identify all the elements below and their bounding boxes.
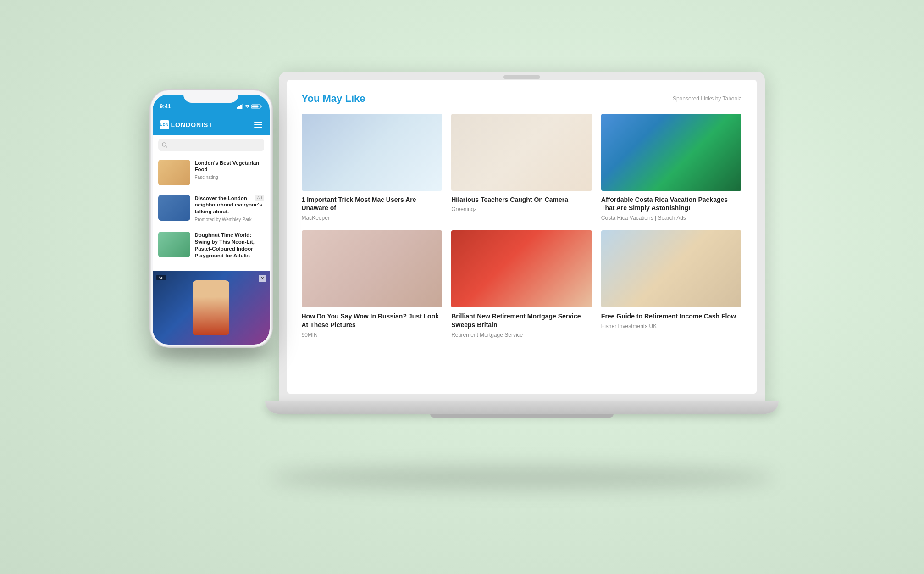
main-scene: You May Like Sponsored Links by Taboola … — [141, 35, 783, 540]
card-title: 1 Important Trick Most Mac Users Are Una… — [302, 195, 443, 213]
phone-status-icons — [237, 104, 262, 109]
card-image-inner — [601, 230, 742, 307]
taboola-card[interactable]: How Do You Say Wow In Russian? Just Look… — [302, 230, 443, 338]
phone-ad-overlay: Ad ✕ — [153, 271, 270, 345]
taboola-sponsored: Sponsored Links by Taboola — [673, 95, 742, 102]
laptop-screen: You May Like Sponsored Links by Taboola … — [287, 80, 757, 394]
card-image-inner — [302, 230, 443, 307]
phone-article-item[interactable]: London's Best Vegetarian Food Fascinatin… — [153, 155, 270, 190]
article-text-block: Doughnut Time World: Swing by This Neon-… — [195, 232, 264, 261]
ad-close-button[interactable]: ✕ — [259, 275, 266, 282]
taboola-header: You May Like Sponsored Links by Taboola — [302, 93, 742, 105]
article-headline: Doughnut Time World: Swing by This Neon-… — [195, 232, 264, 259]
card-title: Brilliant New Retirement Mortgage Servic… — [451, 312, 592, 329]
card-source: 90MIN — [302, 332, 443, 338]
svg-rect-3 — [242, 104, 243, 109]
taboola-card[interactable]: 1 Important Trick Most Mac Users Are Una… — [302, 114, 443, 222]
taboola-title: You May Like — [302, 93, 365, 105]
wifi-icon — [245, 104, 249, 109]
taboola-card[interactable]: Brilliant New Retirement Mortgage Servic… — [451, 230, 592, 338]
svg-line-8 — [166, 146, 167, 147]
svg-rect-0 — [237, 107, 238, 109]
phone-shell: 9:41 — [150, 90, 272, 347]
article-headline: Discover the London neighbourhood everyo… — [195, 195, 264, 216]
svg-rect-5 — [261, 106, 262, 107]
ad-person-image — [193, 280, 229, 335]
card-title: Free Guide to Retirement Income Cash Flo… — [601, 312, 742, 321]
article-thumbnail — [158, 160, 190, 185]
card-title: Affordable Costa Rica Vacation Packages … — [601, 195, 742, 213]
svg-rect-1 — [238, 106, 240, 109]
article-source: Fascinating — [195, 175, 264, 180]
laptop-device: You May Like Sponsored Links by Taboola … — [279, 72, 783, 485]
article-source: Promoted by Wembley Park — [195, 217, 264, 222]
phone-screen: 9:41 — [153, 95, 270, 345]
card-image — [302, 114, 443, 191]
card-title: Hilarious Teachers Caught On Camera — [451, 195, 592, 204]
card-image-inner — [601, 114, 742, 191]
thumb-image — [158, 160, 190, 185]
battery-icon — [251, 104, 262, 109]
taboola-widget: You May Like Sponsored Links by Taboola … — [287, 80, 757, 394]
article-text-block: London's Best Vegetarian Food Fascinatin… — [195, 160, 264, 185]
ad-label: Ad — [156, 275, 166, 280]
card-image — [451, 230, 592, 307]
card-image — [601, 230, 742, 307]
card-image — [451, 114, 592, 191]
card-source: Greeningz — [451, 206, 592, 212]
taboola-card[interactable]: Affordable Costa Rica Vacation Packages … — [601, 114, 742, 222]
search-icon — [162, 142, 167, 148]
phone-article-item[interactable]: Ad Discover the London neighbourhood eve… — [153, 190, 270, 228]
menu-icon[interactable] — [254, 122, 262, 128]
svg-rect-2 — [240, 105, 242, 109]
ad-figure — [193, 280, 229, 335]
card-source: Retirement Mortgage Service — [451, 332, 592, 338]
card-image-inner — [451, 230, 592, 307]
londonist-logo: LDN LONDONIST — [160, 120, 213, 129]
phone-nav-bar: LDN LONDONIST — [153, 115, 270, 135]
laptop-shadow — [270, 466, 774, 489]
article-headline: London's Best Vegetarian Food — [195, 160, 264, 173]
taboola-grid: 1 Important Trick Most Mac Users Are Una… — [302, 114, 742, 339]
laptop-body: You May Like Sponsored Links by Taboola … — [279, 72, 765, 402]
phone-article-item[interactable]: Doughnut Time World: Swing by This Neon-… — [153, 227, 270, 266]
signal-icon — [237, 104, 243, 109]
article-text-block: Ad Discover the London neighbourhood eve… — [195, 195, 264, 223]
card-image — [601, 114, 742, 191]
svg-rect-6 — [252, 105, 258, 107]
article-thumbnail — [158, 195, 190, 221]
laptop-notch — [503, 75, 540, 79]
card-source: MacKeeper — [302, 215, 443, 221]
logo-icon: LDN — [160, 120, 169, 129]
card-source: Fisher Investments UK — [601, 323, 742, 329]
phone-search-bar[interactable] — [158, 139, 264, 151]
phone-search-area — [153, 135, 270, 155]
card-image-inner — [451, 114, 592, 191]
taboola-card[interactable]: Free Guide to Retirement Income Cash Flo… — [601, 230, 742, 338]
laptop-base — [265, 401, 779, 414]
phone-notch — [183, 90, 238, 103]
thumb-image — [158, 232, 190, 257]
card-image — [302, 230, 443, 307]
phone-time: 9:41 — [160, 103, 171, 110]
phone-device: 9:41 — [150, 90, 272, 347]
article-thumbnail — [158, 232, 190, 257]
card-source: Costa Rica Vacations | Search Ads — [601, 215, 742, 221]
logo-text: LONDONIST — [171, 121, 213, 128]
card-image-inner — [302, 114, 443, 191]
card-title: How Do You Say Wow In Russian? Just Look… — [302, 312, 443, 329]
taboola-card[interactable]: Hilarious Teachers Caught On Camera Gree… — [451, 114, 592, 222]
thumb-image — [158, 195, 190, 221]
